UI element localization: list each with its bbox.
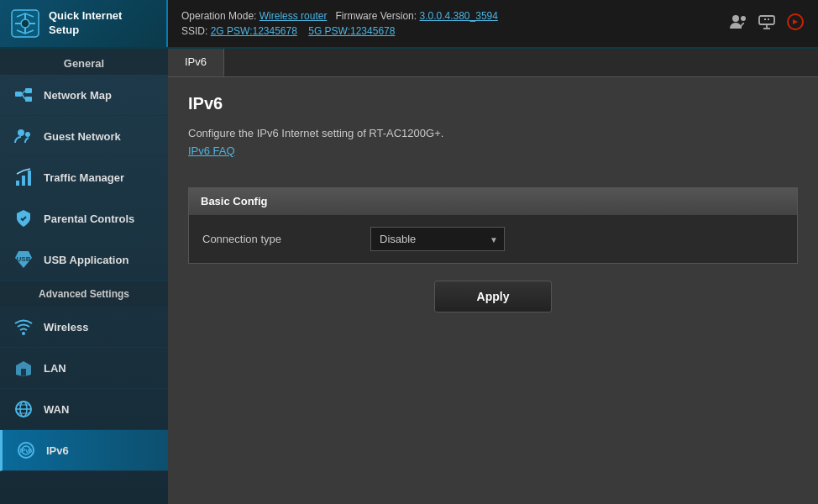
tab-ipv6[interactable]: IPv6: [168, 49, 224, 76]
traffic-manager-label: Traffic Manager: [44, 171, 124, 184]
ssid-2g-link[interactable]: 2G PSW:12345678: [211, 25, 297, 37]
connection-type-select[interactable]: Disable Native Tunnel 6in4 Tunnel 6to4 T…: [370, 227, 505, 251]
svg-rect-20: [22, 176, 25, 186]
page-description: Configure the IPv6 Internet setting of R…: [188, 127, 798, 139]
top-info: Operation Mode: Wireless router Firmware…: [168, 0, 716, 47]
wan-icon: [12, 397, 35, 421]
users-icon[interactable]: [729, 13, 747, 35]
usb-application-icon: USB: [12, 248, 35, 271]
svg-rect-14: [25, 97, 32, 102]
svg-line-15: [22, 91, 25, 94]
guest-network-label: Guest Network: [44, 130, 121, 143]
tab-bar: IPv6: [168, 49, 818, 77]
operation-mode-line: Operation Mode: Wireless router Firmware…: [181, 10, 702, 22]
lan-label: LAN: [44, 362, 66, 375]
svg-rect-12: [15, 92, 22, 97]
ssid-line: SSID: 2G PSW:12345678 5G PSW:12345678: [181, 25, 702, 37]
ipv6-icon: IPv6: [14, 438, 38, 462]
network-icon[interactable]: [758, 13, 776, 35]
svg-point-4: [732, 15, 739, 22]
main-layout: General Network Map: [0, 49, 818, 504]
connection-type-row: Connection type Disable Native Tunnel 6i…: [189, 214, 797, 263]
svg-rect-21: [28, 171, 31, 186]
sidebar-item-ipv6[interactable]: IPv6 IPv6: [0, 430, 168, 471]
advanced-settings-label: Advanced Settings: [0, 281, 168, 307]
wireless-icon: [12, 315, 35, 339]
guest-network-icon: [12, 124, 35, 148]
svg-rect-6: [759, 16, 774, 24]
wireless-label: Wireless: [44, 321, 88, 333]
sidebar-item-usb-application[interactable]: USB USB Application: [0, 239, 168, 281]
sidebar: General Network Map: [0, 49, 168, 504]
parental-controls-icon: [12, 207, 35, 230]
traffic-manager-icon: [12, 165, 35, 189]
svg-rect-25: [21, 369, 26, 375]
sidebar-item-parental-controls[interactable]: Parental Controls: [0, 198, 168, 239]
parental-controls-label: Parental Controls: [44, 213, 134, 225]
apply-button[interactable]: Apply: [434, 281, 553, 312]
basic-config-section: Basic Config Connection type Disable Nat…: [188, 187, 798, 264]
basic-config-header: Basic Config: [189, 188, 797, 214]
svg-point-18: [25, 132, 30, 137]
page-title: IPv6: [188, 94, 798, 113]
wan-label: WAN: [44, 403, 69, 416]
svg-point-24: [22, 332, 25, 335]
logo-section[interactable]: Quick Internet Setup: [0, 0, 168, 47]
firmware-link[interactable]: 3.0.0.4.380_3594: [419, 10, 497, 22]
svg-point-5: [741, 16, 746, 21]
usb-application-label: USB Application: [44, 254, 128, 266]
logo-icon: [10, 8, 40, 39]
content-body: IPv6 Configure the IPv6 Internet setting…: [168, 77, 818, 504]
svg-rect-13: [25, 88, 32, 93]
svg-text:USB: USB: [17, 255, 31, 263]
content-area: IPv6 IPv6 Configure the IPv6 Internet se…: [168, 49, 818, 504]
operation-mode-link[interactable]: Wireless router: [260, 10, 328, 22]
sidebar-item-traffic-manager[interactable]: Traffic Manager: [0, 157, 168, 198]
network-map-icon: [12, 83, 35, 107]
svg-line-16: [22, 94, 25, 99]
top-icons: [716, 0, 818, 47]
sidebar-item-wireless[interactable]: Wireless: [0, 307, 168, 348]
lan-icon: [12, 356, 35, 380]
svg-point-3: [21, 19, 29, 28]
logo-text: Quick Internet Setup: [49, 9, 122, 38]
sidebar-item-network-map[interactable]: Network Map: [0, 75, 168, 116]
sidebar-item-wan[interactable]: WAN: [0, 389, 168, 430]
usb-icon[interactable]: [786, 13, 805, 35]
network-map-label: Network Map: [44, 89, 112, 102]
connection-type-control: Disable Native Tunnel 6in4 Tunnel 6to4 T…: [370, 227, 505, 251]
svg-point-17: [18, 129, 24, 136]
svg-text:IPv6: IPv6: [20, 448, 33, 454]
svg-rect-10: [768, 18, 769, 20]
faq-link[interactable]: IPv6 FAQ: [188, 144, 235, 157]
top-bar: Quick Internet Setup Operation Mode: Wir…: [0, 0, 818, 49]
sidebar-item-lan[interactable]: LAN: [0, 348, 168, 389]
connection-type-label: Connection type: [202, 233, 370, 245]
general-label: General: [0, 49, 168, 75]
sidebar-item-guest-network[interactable]: Guest Network: [0, 116, 168, 157]
svg-rect-19: [16, 181, 19, 186]
svg-rect-9: [764, 18, 766, 20]
ipv6-label: IPv6: [46, 444, 69, 457]
connection-type-select-wrapper: Disable Native Tunnel 6in4 Tunnel 6to4 T…: [370, 227, 505, 251]
ssid-5g-link[interactable]: 5G PSW:12345678: [308, 25, 395, 37]
